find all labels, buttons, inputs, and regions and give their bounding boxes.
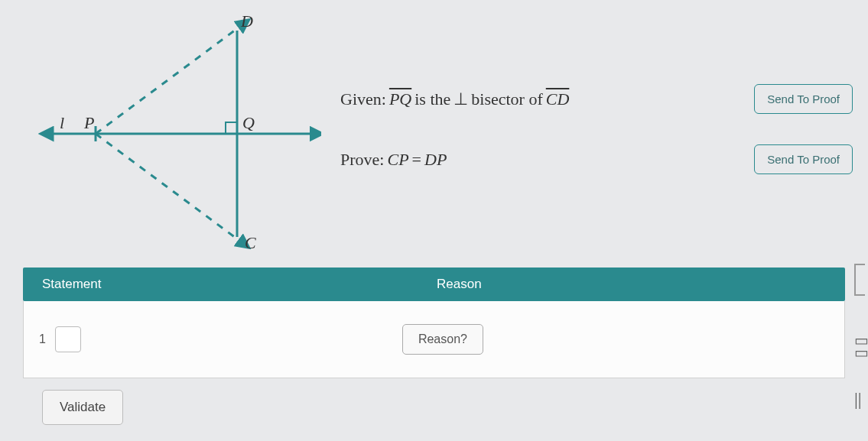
- label-l: l: [60, 113, 64, 132]
- row-number: 1: [39, 332, 46, 346]
- given-mid2: bisector of: [471, 89, 542, 109]
- svg-line-2: [96, 23, 245, 134]
- statement-input[interactable]: [55, 326, 81, 352]
- given-prefix: Given:: [340, 89, 386, 109]
- problem-top-area: l P Q D C Given: PQ is the ⊥ bisector of…: [0, 0, 868, 260]
- edge-parallel-icon: ||: [854, 389, 868, 410]
- label-C: C: [245, 233, 256, 252]
- send-to-proof-given-button[interactable]: Send To Proof: [754, 84, 853, 114]
- problem-statements: Given: PQ is the ⊥ bisector of CD Send T…: [340, 8, 853, 205]
- label-P: P: [83, 113, 94, 132]
- perp-symbol: ⊥: [454, 89, 468, 109]
- svg-line-3: [96, 134, 245, 245]
- header-reason: Reason: [418, 277, 845, 292]
- reason-select-button[interactable]: Reason?: [402, 324, 483, 355]
- given-mid: is the: [414, 89, 450, 109]
- validate-button[interactable]: Validate: [42, 390, 123, 425]
- prove-left: CP: [387, 150, 408, 170]
- prove-right: DP: [424, 150, 447, 170]
- right-toolbar-edge: ▭▭ ||: [854, 264, 868, 417]
- edge-bracket-icon: [854, 264, 865, 296]
- send-to-proof-prove-button[interactable]: Send To Proof: [754, 144, 853, 174]
- given-seg-pq: PQ: [389, 89, 411, 109]
- prove-eq: =: [412, 150, 421, 170]
- svg-rect-4: [226, 122, 237, 134]
- proof-table: Statement Reason 1 Reason?: [23, 268, 845, 378]
- given-row: Given: PQ is the ⊥ bisector of CD Send T…: [340, 84, 853, 114]
- prove-text: Prove: CP = DP: [340, 150, 447, 170]
- proof-row-1: 1 Reason?: [23, 301, 845, 378]
- given-seg-cd: CD: [546, 89, 570, 109]
- label-Q: Q: [242, 113, 255, 132]
- prove-prefix: Prove:: [340, 150, 384, 170]
- edge-fraction-icon: ▭▭: [854, 334, 868, 358]
- proof-table-header: Statement Reason: [23, 268, 845, 301]
- geometry-figure: l P Q D C: [15, 8, 321, 252]
- label-D: D: [240, 11, 253, 31]
- prove-row: Prove: CP = DP Send To Proof: [340, 144, 853, 174]
- given-text: Given: PQ is the ⊥ bisector of CD: [340, 89, 569, 109]
- header-statement: Statement: [23, 277, 418, 292]
